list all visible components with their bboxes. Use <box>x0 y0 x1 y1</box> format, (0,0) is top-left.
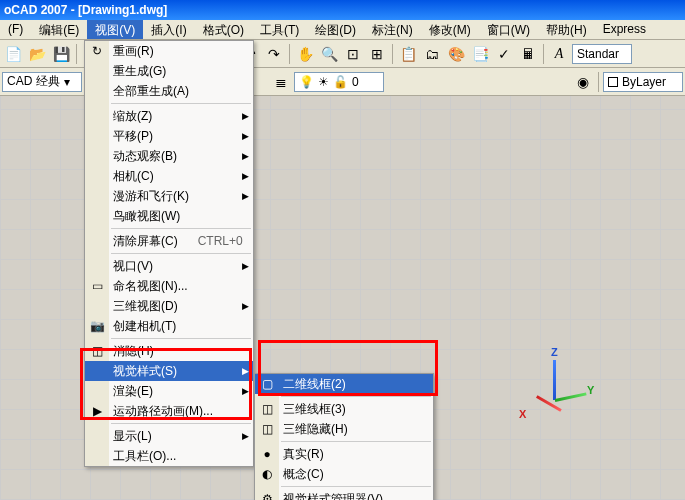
color-value: ByLayer <box>622 75 666 89</box>
view-menu-item-2[interactable]: 全部重生成(A) <box>85 81 253 101</box>
menu-W[interactable]: 窗口(W) <box>479 20 538 39</box>
menu-O[interactable]: 格式(O) <box>195 20 252 39</box>
design-center-icon[interactable]: 🗂 <box>421 43 443 65</box>
view-menu-item-6[interactable]: 动态观察(B)▶ <box>85 146 253 166</box>
menu-T[interactable]: 工具(T) <box>252 20 307 39</box>
view-menu-dropdown: ↻重画(R)重生成(G)全部重生成(A)缩放(Z)▶平移(P)▶动态观察(B)▶… <box>84 40 254 467</box>
submenu-arrow-icon: ▶ <box>242 386 249 396</box>
view-menu-item-7[interactable]: 相机(C)▶ <box>85 166 253 186</box>
view-menu-item-5[interactable]: 平移(P)▶ <box>85 126 253 146</box>
view-menu-label-8: 漫游和飞行(K) <box>113 188 189 205</box>
vstyle-menu-label-0: 二维线框(2) <box>283 376 346 393</box>
zoom-icon[interactable]: 🔍 <box>318 43 340 65</box>
vstyle-menu-item-0[interactable]: ▢二维线框(2) <box>255 374 433 394</box>
zoom-prev-icon[interactable]: ⊞ <box>366 43 388 65</box>
workspace-value: CAD 经典 <box>7 73 60 90</box>
view-menu-label-14: 命名视图(N)... <box>113 278 188 295</box>
view-menu-sep <box>111 423 251 424</box>
menu-H[interactable]: 帮助(H) <box>538 20 595 39</box>
view-menu-item-24[interactable]: 工具栏(O)... <box>85 446 253 466</box>
open-icon[interactable]: 📂 <box>26 43 48 65</box>
view-menu-item-19[interactable]: 视觉样式(S)▶ <box>85 361 253 381</box>
tool-palette-icon[interactable]: 🎨 <box>445 43 467 65</box>
view-menu-label-4: 缩放(Z) <box>113 108 152 125</box>
redo-icon[interactable]: ↷ <box>263 43 285 65</box>
submenu-arrow-icon: ▶ <box>242 171 249 181</box>
workspace-combo[interactable]: CAD 经典▾ <box>2 72 82 92</box>
menu-F[interactable]: (F) <box>0 20 31 39</box>
view-menu-label-19: 视觉样式(S) <box>113 363 177 380</box>
view-menu-item-13[interactable]: 视口(V)▶ <box>85 256 253 276</box>
vstyle-menu-item-3[interactable]: ◫三维隐藏(H) <box>255 419 433 439</box>
view-menu-item-11[interactable]: 清除屏幕(C)CTRL+0 <box>85 231 253 251</box>
vstyle-menu-label-5: 真实(R) <box>283 446 324 463</box>
lock-icon: 🔓 <box>333 75 348 89</box>
vstyle-menu-item-8[interactable]: ⚙视觉样式管理器(V) <box>255 489 433 500</box>
vstyle-menu-sep <box>281 441 431 442</box>
view-menu-label-6: 动态观察(B) <box>113 148 177 165</box>
view-menu-icon-18: ◫ <box>88 344 106 358</box>
submenu-arrow-icon: ▶ <box>242 261 249 271</box>
view-menu-label-5: 平移(P) <box>113 128 153 145</box>
view-menu-label-24: 工具栏(O)... <box>113 448 176 465</box>
view-menu-sep <box>111 338 251 339</box>
view-menu-item-18[interactable]: ◫消隐(H) <box>85 341 253 361</box>
view-menu-item-4[interactable]: 缩放(Z)▶ <box>85 106 253 126</box>
menu-bar: (F)编辑(E)视图(V)插入(I)格式(O)工具(T)绘图(D)标注(N)修改… <box>0 20 685 40</box>
view-menu-item-21[interactable]: ▶运动路径动画(M)... <box>85 401 253 421</box>
vstyle-menu-item-2[interactable]: ◫三维线框(3) <box>255 399 433 419</box>
zoom-window-icon[interactable]: ⊡ <box>342 43 364 65</box>
view-menu-item-20[interactable]: 渲染(E)▶ <box>85 381 253 401</box>
view-menu-item-9[interactable]: 鸟瞰视图(W) <box>85 206 253 226</box>
view-menu-item-0[interactable]: ↻重画(R) <box>85 41 253 61</box>
vstyle-menu-icon-5: ● <box>258 447 276 461</box>
sun-icon: ☀ <box>318 75 329 89</box>
menu-M[interactable]: 修改(M) <box>421 20 479 39</box>
view-menu-sep <box>111 103 251 104</box>
vstyle-menu-label-2: 三维线框(3) <box>283 401 346 418</box>
menu-V[interactable]: 视图(V) <box>87 20 143 39</box>
view-menu-label-9: 鸟瞰视图(W) <box>113 208 180 225</box>
new-icon[interactable]: 📄 <box>2 43 24 65</box>
view-menu-item-15[interactable]: 三维视图(D)▶ <box>85 296 253 316</box>
view-menu-label-16: 创建相机(T) <box>113 318 176 335</box>
view-menu-icon-16: 📷 <box>88 319 106 333</box>
vstyle-menu-item-5[interactable]: ●真实(R) <box>255 444 433 464</box>
pan-icon[interactable]: ✋ <box>294 43 316 65</box>
markup-icon[interactable]: ✓ <box>493 43 515 65</box>
view-menu-label-21: 运动路径动画(M)... <box>113 403 213 420</box>
vstyle-menu-icon-6: ◐ <box>258 467 276 481</box>
vstyle-menu-label-8: 视觉样式管理器(V) <box>283 491 383 501</box>
vstyle-menu-icon-3: ◫ <box>258 422 276 436</box>
calc-icon[interactable]: 🖩 <box>517 43 539 65</box>
text-style-icon[interactable]: A <box>548 43 570 65</box>
view-menu-shortcut-11: CTRL+0 <box>178 234 243 248</box>
view-menu-label-20: 渲染(E) <box>113 383 153 400</box>
view-menu-item-16[interactable]: 📷创建相机(T) <box>85 316 253 336</box>
view-menu-item-8[interactable]: 漫游和飞行(K)▶ <box>85 186 253 206</box>
menu-N[interactable]: 标注(N) <box>364 20 421 39</box>
props-icon[interactable]: 📋 <box>397 43 419 65</box>
view-menu-label-18: 消隐(H) <box>113 343 154 360</box>
view-menu-item-1[interactable]: 重生成(G) <box>85 61 253 81</box>
layer-combo[interactable]: 💡 ☀ 🔓 0 <box>294 72 384 92</box>
view-menu-item-23[interactable]: 显示(L)▶ <box>85 426 253 446</box>
vstyle-menu-icon-8: ⚙ <box>258 492 276 500</box>
view-menu-icon-0: ↻ <box>88 44 106 58</box>
submenu-arrow-icon: ▶ <box>242 301 249 311</box>
color-combo[interactable]: ByLayer <box>603 72 683 92</box>
ucs-y-label: Y <box>587 384 594 396</box>
menu-E[interactable]: 编辑(E) <box>31 20 87 39</box>
menu-Express[interactable]: Express <box>595 20 654 39</box>
layer-mgr-icon[interactable]: ≣ <box>270 71 292 93</box>
sheet-set-icon[interactable]: 📑 <box>469 43 491 65</box>
menu-D[interactable]: 绘图(D) <box>307 20 364 39</box>
vstyle-menu-item-6[interactable]: ◐概念(C) <box>255 464 433 484</box>
layer-prev-icon[interactable]: ◉ <box>572 71 594 93</box>
view-menu-item-14[interactable]: ▭命名视图(N)... <box>85 276 253 296</box>
menu-I[interactable]: 插入(I) <box>143 20 194 39</box>
save-icon[interactable]: 💾 <box>50 43 72 65</box>
vstyle-menu-icon-0: ▢ <box>258 377 276 391</box>
lightbulb-icon: 💡 <box>299 75 314 89</box>
textstyle-combo[interactable]: Standar <box>572 44 632 64</box>
